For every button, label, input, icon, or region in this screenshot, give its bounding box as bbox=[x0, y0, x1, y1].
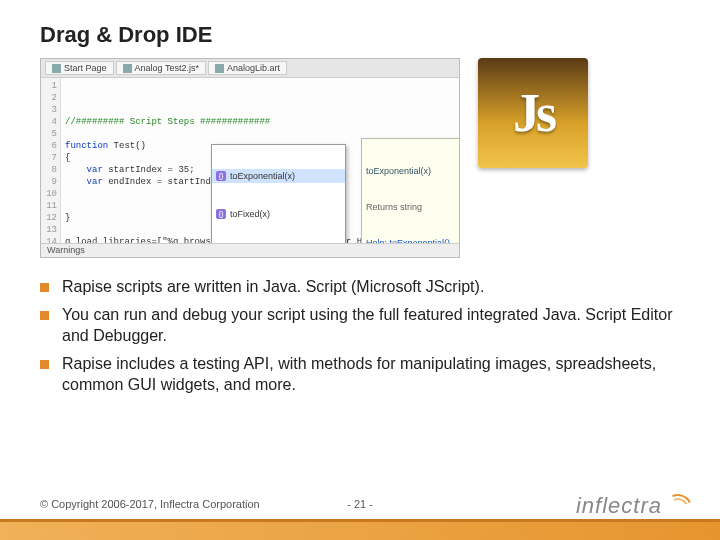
editor-body: 1 2 3 4 5 6 7 8 9 10 11 12 13 14 15 // bbox=[41, 78, 459, 243]
ide-window: Start Page Analog Test2.js* AnalogLib.ar… bbox=[40, 58, 460, 258]
script-icon bbox=[123, 64, 132, 73]
page-icon bbox=[52, 64, 61, 73]
status-bar: Warnings bbox=[41, 243, 459, 257]
line-gutter: 1 2 3 4 5 6 7 8 9 10 11 12 13 14 15 bbox=[41, 78, 61, 243]
brand-logo: inflectra bbox=[576, 493, 690, 520]
footer-bar bbox=[0, 522, 720, 540]
bullet-item: Rapise scripts are written in Java. Scri… bbox=[40, 276, 680, 298]
method-icon bbox=[216, 171, 226, 181]
slide-footer: © Copyright 2006-2017, Inflectra Corpora… bbox=[0, 484, 720, 540]
logo-text: Js bbox=[513, 82, 553, 144]
ac-item[interactable]: toFixed(x) bbox=[212, 207, 345, 221]
page-number: - 21 - bbox=[347, 498, 373, 510]
autocomplete-popup[interactable]: toExponential(x) toFixed(x) toPrecision(… bbox=[211, 144, 346, 243]
tab-analog-lib[interactable]: AnalogLib.art bbox=[208, 61, 287, 75]
ide-row: Start Page Analog Test2.js* AnalogLib.ar… bbox=[40, 58, 680, 258]
lib-icon bbox=[215, 64, 224, 73]
swoosh-icon bbox=[664, 494, 690, 520]
tab-start-page[interactable]: Start Page bbox=[45, 61, 114, 75]
method-icon bbox=[216, 209, 226, 219]
help-link[interactable]: Help: toExponential() bbox=[366, 237, 459, 243]
bullet-list: Rapise scripts are written in Java. Scri… bbox=[40, 276, 680, 396]
signature-tooltip: toExponential(x) Returns string Help: to… bbox=[361, 138, 459, 243]
ide-tabstrip: Start Page Analog Test2.js* AnalogLib.ar… bbox=[41, 59, 459, 78]
tab-analog-test[interactable]: Analog Test2.js* bbox=[116, 61, 206, 75]
bullet-item: Rapise includes a testing API, with meth… bbox=[40, 353, 680, 396]
ac-item[interactable]: toExponential(x) bbox=[212, 169, 345, 183]
slide: Drag & Drop IDE Start Page Analog Test2.… bbox=[0, 0, 720, 540]
copyright-text: © Copyright 2006-2017, Inflectra Corpora… bbox=[40, 498, 260, 510]
code-area[interactable]: //######### Script Steps ############# f… bbox=[61, 78, 459, 243]
slide-title: Drag & Drop IDE bbox=[40, 22, 680, 48]
javascript-logo: Js bbox=[478, 58, 588, 168]
bullet-item: You can run and debug your script using … bbox=[40, 304, 680, 347]
